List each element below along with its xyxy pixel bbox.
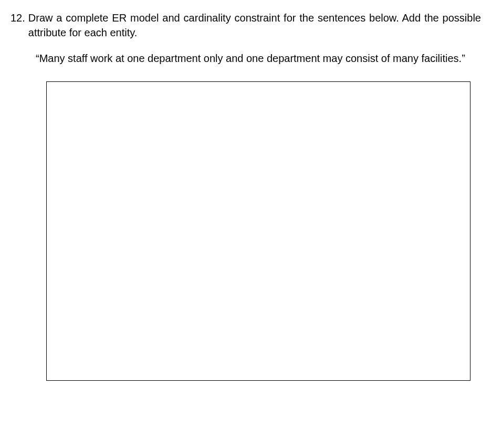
- question-number: 12.: [11, 11, 25, 25]
- quote-block: “Many staff work at one department only …: [36, 51, 481, 66]
- quote-text: “Many staff work at one department only …: [36, 53, 465, 64]
- answer-box: [46, 81, 470, 381]
- question-text: Draw a complete ER model and cardinality…: [28, 11, 481, 40]
- question-block: 12. Draw a complete ER model and cardina…: [11, 11, 481, 40]
